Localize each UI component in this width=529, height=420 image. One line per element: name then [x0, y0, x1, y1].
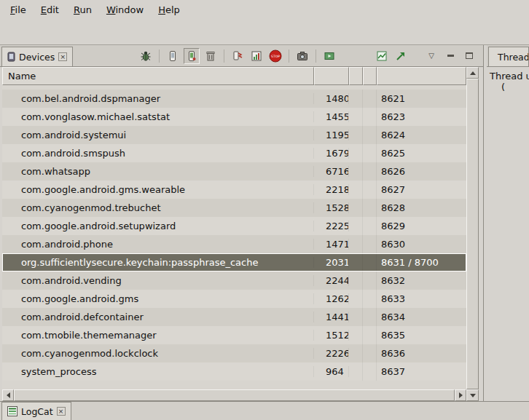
cell-spare2	[363, 326, 377, 344]
scroll-right-button[interactable]	[455, 389, 466, 401]
screen-capture-button[interactable]	[294, 48, 310, 64]
tab-logcat[interactable]: LogCat ×	[1, 402, 71, 420]
scroll-up-button[interactable]	[466, 67, 479, 79]
minimize-button[interactable]	[442, 48, 458, 64]
table-row[interactable]: com.whatsapp 6716 8626	[2, 162, 466, 181]
cell-pid: 1480	[314, 93, 349, 104]
cell-spare1	[349, 126, 363, 144]
horizontal-scrollbar-thumb[interactable]	[14, 389, 455, 401]
threads-message-line1: Thread up	[490, 71, 528, 82]
maximize-icon	[466, 52, 473, 59]
cell-spare2	[363, 108, 377, 126]
table-row[interactable]: com.android.systemui 1195 8624	[2, 126, 466, 144]
table-row[interactable]: com.google.android.gms 12623 8633	[2, 290, 466, 308]
sysinfo-button[interactable]	[374, 48, 390, 64]
cell-pid: 12623	[314, 293, 349, 304]
vertical-scrollbar-thumb[interactable]	[466, 79, 479, 389]
table-row[interactable]: com.android.defcontainer 14411 8634	[2, 308, 466, 326]
devices-icon	[7, 52, 15, 62]
scroll-down-button[interactable]	[466, 389, 479, 401]
menu-file[interactable]: File	[3, 2, 34, 17]
table-row[interactable]: com.cyanogenmod.trebuchet 1528 8628	[2, 199, 466, 217]
cell-pid: 1528	[314, 202, 349, 213]
video-capture-button[interactable]	[321, 48, 337, 64]
cell-spare1	[349, 272, 363, 290]
cell-spare2	[363, 253, 377, 272]
menu-window[interactable]: Window	[99, 2, 151, 17]
table-row[interactable]: com.vonglasow.michael.satstat 14553 8623	[2, 108, 466, 126]
cell-name: com.bel.android.dspmanager	[2, 93, 314, 104]
cell-name: com.android.smspush	[2, 148, 314, 159]
tab-threads[interactable]: Threads	[488, 47, 529, 66]
cell-spare2	[363, 144, 377, 162]
cell-spare1	[349, 290, 363, 308]
menu-edit[interactable]: Edit	[34, 2, 66, 17]
table-row[interactable]: system_process 964 8637	[2, 362, 466, 381]
horizontal-scrollbar[interactable]	[2, 389, 466, 401]
table-row[interactable]: com.android.phone 1471 8630	[2, 235, 466, 253]
cell-pid: 22265	[314, 348, 349, 359]
table-row[interactable]: com.android.vending 22440 8632	[2, 272, 466, 290]
cell-port: 8624	[377, 130, 466, 140]
cell-spare2	[363, 362, 377, 381]
scroll-left-button[interactable]	[2, 389, 14, 401]
column-header-spare2[interactable]	[363, 67, 377, 85]
table-row[interactable]: org.sufficientlysecure.keychain:passphra…	[2, 253, 466, 272]
video-capture-icon	[324, 50, 335, 62]
cell-port: 8633	[377, 293, 466, 304]
column-header-spare1[interactable]	[349, 67, 363, 85]
tab-logcat-label: LogCat	[21, 406, 53, 417]
sysinfo-icon	[376, 50, 388, 62]
cell-spare1	[349, 199, 363, 217]
table-row[interactable]: com.google.android.gms.wearable 22185 86…	[2, 181, 466, 199]
capture-arrow-icon	[395, 50, 407, 62]
table-row[interactable]: com.google.android.setupwizard 22250 862…	[2, 217, 466, 235]
table-row[interactable]: com.android.smspush 1679 8625	[2, 144, 466, 162]
debug-icon	[140, 50, 152, 62]
menu-run[interactable]: Run	[66, 2, 99, 17]
cell-spare1	[349, 144, 363, 162]
cell-pid: 22440	[314, 275, 349, 286]
cell-port: 8628	[377, 202, 466, 213]
table-row[interactable]: com.bel.android.dspmanager 1480 8621	[2, 90, 466, 108]
cell-port: 8621	[377, 93, 466, 104]
debug-button[interactable]	[138, 48, 154, 64]
device-table-header: Name	[2, 67, 466, 85]
dump-hprof-button[interactable]	[184, 48, 200, 64]
table-row[interactable]: com.cyanogenmod.lockclock 22265 8636	[2, 344, 466, 362]
cell-port: 8636	[377, 348, 466, 359]
cell-pid: 14553	[314, 111, 349, 122]
cause-gc-button[interactable]	[203, 48, 219, 64]
devices-toolbar: STOP ▽	[138, 48, 483, 64]
menu-help[interactable]: Help	[151, 2, 187, 17]
maximize-button[interactable]	[461, 48, 477, 64]
column-header-pid[interactable]	[314, 67, 349, 85]
cell-spare2	[363, 217, 377, 235]
close-icon[interactable]: ×	[58, 52, 67, 61]
update-threads-button[interactable]	[230, 48, 246, 64]
vertical-scrollbar[interactable]	[466, 67, 479, 401]
method-profiling-button[interactable]	[248, 48, 264, 64]
capture-arrow-button[interactable]	[393, 48, 409, 64]
column-header-port[interactable]	[377, 67, 466, 85]
menu-label-part: ile	[15, 4, 26, 15]
stop-process-button[interactable]: STOP	[267, 48, 283, 64]
view-menu-button[interactable]: ▽	[423, 48, 439, 64]
start-method-profiling-icon	[251, 50, 262, 62]
cell-spare2	[363, 199, 377, 217]
device-table-content: Name com.bel.android.dspmanager 1480 862…	[2, 67, 466, 401]
cell-port: 8627	[377, 184, 466, 195]
table-row[interactable]: com.tmobile.thememanager 1512 8635	[2, 326, 466, 344]
column-header-name[interactable]: Name	[2, 67, 314, 85]
cell-port: 8629	[377, 221, 466, 231]
cell-pid: 14411	[314, 312, 349, 322]
device-table: Name com.bel.android.dspmanager 1480 862…	[0, 67, 483, 401]
cell-pid: 22185	[314, 184, 349, 195]
update-heap-button[interactable]	[165, 48, 181, 64]
cell-pid: 22250	[314, 221, 349, 231]
cell-name: com.google.android.setupwizard	[2, 221, 314, 231]
cell-pid: 1679	[314, 148, 349, 159]
cell-pid: 1512	[314, 330, 349, 341]
tab-devices[interactable]: Devices ×	[1, 47, 73, 66]
close-icon[interactable]: ×	[57, 407, 66, 416]
